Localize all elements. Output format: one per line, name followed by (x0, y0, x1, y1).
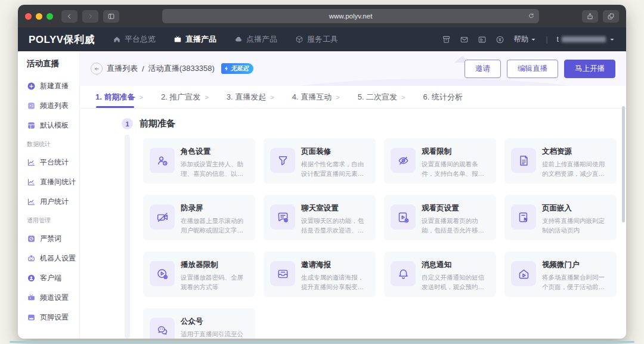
feature-card-页面嵌入[interactable]: 页面嵌入支持将直播间内嵌到定制的活动页内 (504, 195, 617, 240)
tab-4. 直播互动[interactable]: 4. 直播互动> (292, 86, 340, 108)
card-title: 观看限制 (422, 147, 490, 157)
sidebar-item-机器人设置[interactable]: 机器人设置 (27, 253, 79, 264)
nav-item-label: 平台总览 (125, 34, 156, 45)
tab-5. 二次宣发[interactable]: 5. 二次宣发> (358, 86, 405, 108)
card-title: 视频微门户 (542, 260, 610, 270)
nav-item-平台总览[interactable]: 平台总览 (113, 34, 156, 45)
nav-item-直播产品[interactable]: 直播产品 (174, 34, 216, 45)
forbidden-icon (27, 234, 36, 243)
footer-icon (27, 313, 36, 322)
card-icon-tile (270, 204, 295, 230)
coin-button[interactable] (496, 35, 504, 44)
cube-icon (295, 35, 304, 44)
card-title: 页面嵌入 (542, 203, 610, 213)
feature-card-邀请海报[interactable]: 邀请海报生成专属的邀请海报，提升直播间分享裂变的效果 (264, 252, 376, 297)
mail-button[interactable] (460, 35, 469, 44)
feature-card-观看页设置[interactable]: 观看页设置设置直播观看页的功能，包括是否允许移动端观看等 (384, 195, 496, 240)
archive-button[interactable] (442, 35, 451, 44)
feature-card-角色设置[interactable]: 角色设置添加或设置主持人、助理、嘉宾的信息、以及新增助... (143, 138, 255, 184)
card-title: 防录屏 (181, 203, 249, 213)
nav-item-点播产品[interactable]: 点播产品 (234, 34, 277, 45)
anti-record-icon (156, 211, 169, 224)
chat-settings-icon (277, 211, 289, 224)
sidebar-item-频道设置[interactable]: 频道设置 (27, 293, 79, 303)
account-menu[interactable]: t (557, 35, 615, 44)
sidebar-item-新建直播[interactable]: 新建直播 (27, 81, 79, 91)
address-bar[interactable]: www.polyv.net (162, 9, 539, 23)
header-button-马上开播[interactable]: 马上开播 (564, 60, 615, 78)
zoom-window-button[interactable] (47, 13, 53, 20)
tab-2. 推广宣发[interactable]: 2. 推广宣发> (161, 86, 209, 108)
sidebar-item-用户统计[interactable]: 用户统计 (27, 197, 79, 207)
template-icon (27, 121, 36, 130)
chevron-right-icon: > (336, 94, 339, 101)
feature-card-观看限制[interactable]: 观看限制设置直播间的观看条件，支持白名单、报名观看、验... (384, 138, 496, 184)
card-icon-tile (511, 261, 536, 286)
chevron-right-icon: > (270, 94, 274, 101)
nav-item-label: 服务工具 (307, 34, 338, 45)
archive-icon (442, 35, 451, 44)
card-icon-tile (150, 204, 175, 230)
header-button-编辑直播[interactable]: 编辑直播 (507, 60, 558, 78)
sidebar-item-平台统计[interactable]: 平台统计 (27, 157, 79, 168)
breadcrumb-parent[interactable]: 直播列表 (107, 63, 138, 74)
caret-down-icon (609, 36, 615, 43)
forward-button[interactable] (82, 10, 98, 23)
chevron-right-icon: > (401, 94, 405, 101)
card-title: 公众号 (181, 317, 249, 327)
tv-icon (174, 35, 182, 44)
card-description: 设置直播间的观看条件，支持白名单、报名观看、验... (422, 160, 490, 179)
client-icon (27, 274, 36, 283)
tab-1. 前期准备[interactable]: 1. 前期准备> (95, 86, 143, 108)
close-window-button[interactable] (25, 13, 32, 20)
feature-card-防录屏[interactable]: 防录屏在播放器上显示滚动的用户昵称或固定文字，达到防... (143, 195, 255, 240)
sidebar-item-label: 平台统计 (40, 157, 69, 168)
player-limit-icon (156, 268, 169, 280)
card-icon-tile (391, 261, 416, 286)
card-description: 生成专属的邀请海报，提升直播间分享裂变的效果 (301, 273, 369, 292)
feature-card-聊天室设置[interactable]: 聊天室设置设置聊天区的功能，包括是否显示欢迎语、是否支持... (264, 195, 376, 240)
section-number-badge: 1 (122, 118, 133, 129)
step-rail (125, 135, 130, 339)
watch-page-icon (397, 211, 410, 224)
card-title: 邀请海报 (301, 260, 369, 270)
tab-label: 6. 统计分析 (423, 86, 463, 108)
sidebar-item-严禁词[interactable]: 严禁词 (27, 234, 79, 244)
sidebar-item-频道列表[interactable]: 频道列表 (27, 101, 79, 111)
page-header: 直播列表 / 活动直播(3833358) 无延迟 邀请编辑直播马上开播 (80, 51, 626, 86)
feature-card-文档资源[interactable]: 文档资源提前上传直播期间使用的文档资源，减少直播中的失... (504, 138, 617, 184)
chevron-right-icon: > (139, 94, 143, 101)
feature-card-视频微门户[interactable]: 视频微门户将多场直播聚合到同一个页面，便于活动前期的宣发... (504, 252, 617, 297)
card-button[interactable] (478, 35, 487, 44)
card-icon-tile (270, 148, 295, 173)
tab-3. 直播发起[interactable]: 3. 直播发起> (227, 86, 274, 108)
share-button[interactable] (582, 10, 598, 23)
nav-item-服务工具[interactable]: 服务工具 (295, 34, 338, 45)
feature-card-页面装修[interactable]: 页面装修根据个性化需求，自由设计配置直播间元素。支持自... (264, 138, 376, 184)
chart-icon (27, 197, 36, 206)
header-button-邀请[interactable]: 邀请 (465, 60, 501, 78)
back-button[interactable] (61, 10, 78, 23)
feature-card-公众号[interactable]: 公众号适用于直播间引流至公众号或客服，沉淀用户至私域... (143, 308, 255, 339)
decorate-icon (277, 154, 289, 167)
sidebar-title: 活动直播 (27, 58, 79, 69)
reload-button[interactable] (528, 13, 535, 20)
sidebar-item-直播间统计[interactable]: 直播间统计 (27, 177, 79, 187)
sidebar-item-客户端[interactable]: 客户端 (27, 273, 79, 283)
nav-item-label: 点播产品 (246, 34, 277, 45)
polyv-logo[interactable]: POLYV保利威 (29, 33, 95, 47)
feature-card-播放器限制[interactable]: 播放器限制设置播放器密码、全屏观看的方式等 (143, 252, 255, 297)
sidebar-toggle-button[interactable] (103, 10, 119, 23)
tab-6. 统计分析[interactable]: 6. 统计分析 (423, 86, 463, 108)
breadcrumb-separator: / (142, 64, 144, 73)
feature-card-消息通知[interactable]: 消息通知自定义开播通知的短信发送时机，观众预约直播后，... (384, 252, 496, 297)
back-circle-button[interactable] (91, 63, 103, 75)
card-title: 角色设置 (181, 147, 249, 157)
sidebar-item-页脚设置[interactable]: 页脚设置 (27, 312, 79, 323)
card-description: 设置直播观看页的功能，包括是否允许移动端观看等 (422, 216, 490, 235)
tab-overview-button[interactable] (603, 10, 619, 23)
scrollbar-thumb[interactable] (622, 106, 625, 222)
help-menu[interactable]: 帮助 (513, 35, 537, 45)
sidebar-item-默认模板[interactable]: 默认模板 (27, 120, 79, 131)
minimize-window-button[interactable] (36, 13, 42, 20)
